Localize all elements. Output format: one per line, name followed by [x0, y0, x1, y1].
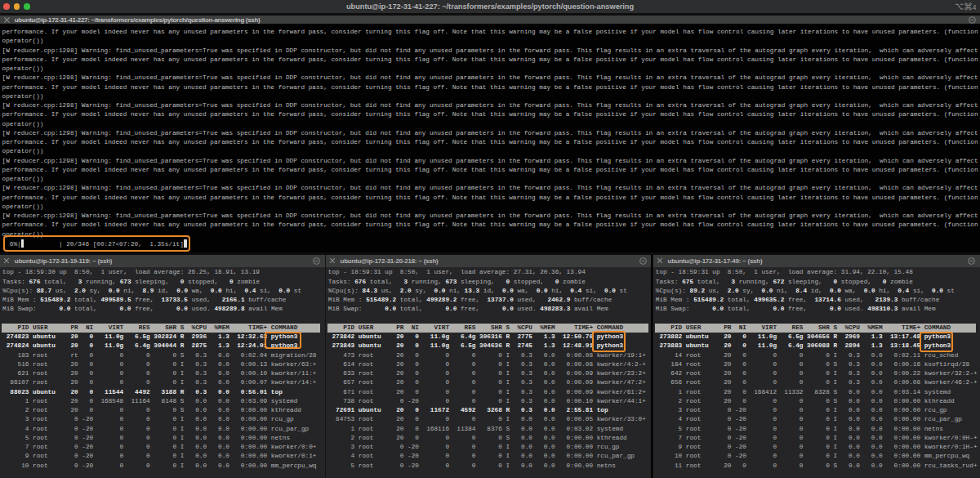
svg-text:4: 4 — [973, 3, 977, 11]
